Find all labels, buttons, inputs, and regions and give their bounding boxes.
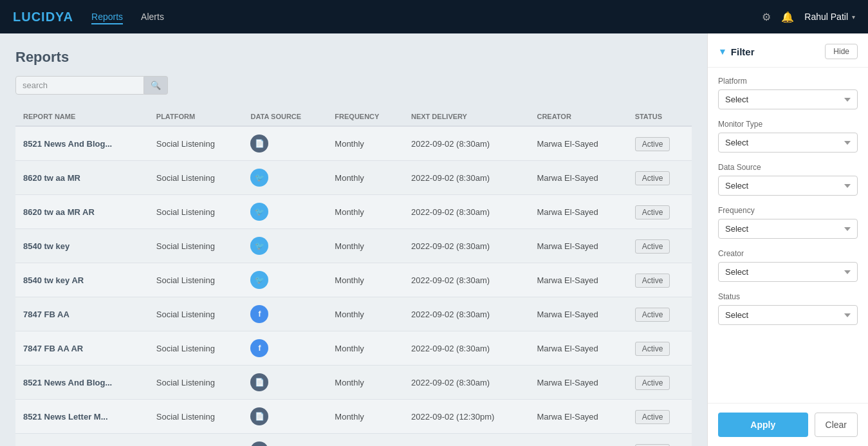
table-header-row: REPORT NAME PLATFORM DATA SOURCE FREQUEN… [15,107,692,126]
status-label: Status [718,292,858,301]
nav-alerts[interactable]: Alerts [141,9,164,24]
clear-button[interactable]: Clear [815,413,858,437]
status-badge: Active [635,308,670,322]
cell-platform: Social Listening [149,229,243,263]
filter-body: Platform Select Monitor Type Select Data… [708,68,868,403]
cell-status: Active [627,126,692,161]
status-badge: Active [635,239,670,254]
search-button[interactable]: 🔍 [144,76,168,95]
settings-icon[interactable]: ⚙ [762,11,771,23]
cell-data-source: 🐦 [243,195,327,229]
cell-report-name: 8620 tw aa MR [15,161,149,195]
cell-next-delivery: 2022-09-02 (8:30am) [403,366,530,400]
status-badge: Active [635,205,670,219]
cell-platform: Social Listening [149,263,243,297]
logo: LUCIDYA [13,10,73,24]
cell-status: Active [627,263,692,297]
cell-next-delivery: 2022-09-02 (8:30am) [403,297,530,331]
cell-creator: Marwa El-Sayed [529,195,627,229]
cell-frequency: Monthly [327,434,403,447]
data-source-label: Data Source [718,163,858,172]
status-select[interactable]: Select [718,305,858,325]
cell-frequency: Monthly [327,161,403,195]
table-row: 8521 News And Lett... Social Listening 📄… [15,434,692,447]
cell-platform: Social Listening [149,195,243,229]
data-source-icon: 📄 [250,135,268,153]
cell-creator: Marwa El-Sayed [529,297,627,331]
status-badge: Active [635,274,670,288]
cell-creator: Marwa El-Sayed [529,366,627,400]
cell-creator: Marwa El-Sayed [529,229,627,263]
apply-button[interactable]: Apply [718,413,808,437]
cell-data-source: 📄 [243,400,327,434]
filter-group-platform: Platform Select [718,77,858,109]
data-source-icon: 📄 [250,441,268,446]
frequency-select[interactable]: Select [718,219,858,239]
creator-select[interactable]: Select [718,262,858,282]
col-status: STATUS [627,107,692,126]
data-source-icon: 📄 [250,407,268,425]
data-source-select[interactable]: Select [718,176,858,196]
user-name: Rahul Patil [804,12,848,22]
topbar: LUCIDYA Reports Alerts ⚙ 🔔 Rahul Patil ▾ [0,0,868,33]
cell-next-delivery: 2022-09-02 (12:30pm) [403,400,530,434]
table-row: 8521 News And Blog... Social Listening 📄… [15,366,692,400]
cell-creator: Marwa El-Sayed [529,331,627,366]
nav-reports[interactable]: Reports [91,9,123,24]
status-badge: Active [635,376,670,390]
table-row: 7847 FB AA AR Social Listening f Monthly… [15,331,692,366]
data-source-icon: 🐦 [250,271,268,289]
frequency-label: Frequency [718,206,858,215]
filter-icon: ▼ [718,46,727,57]
col-platform: PLATFORM [149,107,243,126]
cell-status: Active [627,229,692,263]
monitor-type-select[interactable]: Select [718,133,858,153]
col-data-source: DATA SOURCE [243,107,327,126]
cell-frequency: Monthly [327,195,403,229]
main-area: Reports 🔍 REPORT NAME PLATFORM DATA SOUR… [0,33,868,446]
hide-button[interactable]: Hide [825,44,858,59]
cell-next-delivery: 2022-09-02 (12:30pm) [403,434,530,447]
cell-report-name: 8521 News And Blog... [15,366,149,400]
cell-frequency: Monthly [327,229,403,263]
cell-report-name: 7847 FB AA AR [15,331,149,366]
data-source-icon: 📄 [250,373,268,391]
cell-next-delivery: 2022-09-02 (8:30am) [403,229,530,263]
platform-label: Platform [718,77,858,86]
topbar-right: ⚙ 🔔 Rahul Patil ▾ [762,11,855,23]
user-menu[interactable]: Rahul Patil ▾ [804,12,855,22]
cell-report-name: 8521 News And Blog... [15,126,149,161]
filter-group-creator: Creator Select [718,249,858,282]
filter-footer: Apply Clear [708,403,868,446]
cell-status: Active [627,400,692,434]
cell-data-source: 📄 [243,126,327,161]
col-creator: CREATOR [529,107,627,126]
cell-data-source: f [243,331,327,366]
cell-data-source: 🐦 [243,263,327,297]
table-row: 8540 tw key Social Listening 🐦 Monthly 2… [15,229,692,263]
cell-frequency: Monthly [327,263,403,297]
topbar-left: LUCIDYA Reports Alerts [13,9,164,24]
data-source-icon: 🐦 [250,169,268,187]
cell-next-delivery: 2022-09-02 (8:30am) [403,195,530,229]
table-row: 8540 tw key AR Social Listening 🐦 Monthl… [15,263,692,297]
page-title: Reports [15,49,692,66]
data-source-icon: 🐦 [250,237,268,255]
col-report-name: REPORT NAME [15,107,149,126]
cell-data-source: 📄 [243,366,327,400]
notifications-icon[interactable]: 🔔 [781,11,794,23]
cell-creator: Marwa El-Sayed [529,400,627,434]
search-input[interactable] [15,76,144,95]
cell-next-delivery: 2022-09-02 (8:30am) [403,161,530,195]
cell-data-source: 🐦 [243,161,327,195]
cell-creator: Marwa El-Sayed [529,126,627,161]
cell-data-source: f [243,297,327,331]
creator-label: Creator [718,249,858,258]
cell-next-delivery: 2022-09-02 (8:30am) [403,263,530,297]
filter-group-data-source: Data Source Select [718,163,858,196]
cell-frequency: Monthly [327,297,403,331]
monitor-type-label: Monitor Type [718,120,858,129]
platform-select[interactable]: Select [718,89,858,109]
cell-status: Active [627,161,692,195]
filter-group-frequency: Frequency Select [718,206,858,239]
